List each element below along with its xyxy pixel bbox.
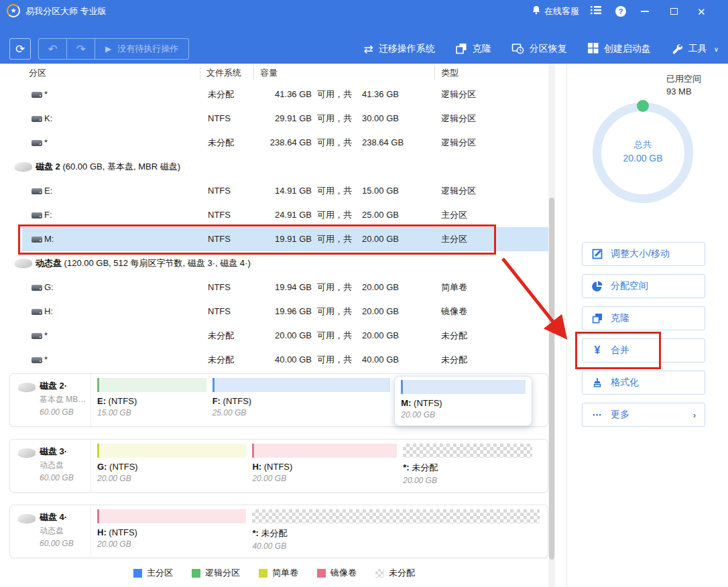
total-title: 总共 (593, 139, 693, 151)
format-button[interactable]: 格式化 (582, 371, 705, 395)
partition-row[interactable]: *未分配40.00 GB可用，共40.00 GB未分配 (22, 348, 548, 372)
disk-card-label[interactable]: 磁盘 3·动态盘60.00 GB (10, 440, 91, 492)
disk-card-label[interactable]: 磁盘 2·基本盘 MBR...60.00 GB (10, 374, 91, 426)
total-capacity: 41.36 GB (362, 82, 399, 107)
disk-kind: 基本盘 MBR... (40, 394, 88, 405)
disk-icon (15, 259, 32, 267)
free-capacity: 24.91 GB (245, 203, 312, 227)
legend-label: 未分配 (389, 567, 415, 579)
partition-type: 未分配 (441, 348, 467, 372)
disk-icon (18, 514, 36, 523)
partition-row[interactable]: *未分配20.00 GB可用，共20.00 GB未分配 (22, 324, 548, 348)
chevron-down-icon: ∨ (714, 46, 719, 53)
partition-block[interactable]: *: 未分配40.00 GB (252, 509, 539, 552)
legend-item: 逻辑分区 (192, 567, 240, 579)
disk-icon (15, 162, 32, 171)
disk-icon (32, 140, 42, 146)
create-boot-disk-button[interactable]: 创建启动盘 (587, 42, 651, 56)
total-value: 20.00 GB (593, 153, 693, 164)
total-capacity: 15.00 GB (362, 179, 399, 203)
disk-icon (32, 333, 42, 339)
total-capacity: 20.00 GB (362, 324, 399, 348)
total-capacity: 20.00 GB (362, 300, 399, 324)
allocate-button[interactable]: 分配空间 (582, 274, 705, 298)
partition-row[interactable]: *未分配238.64 GB可用，共238.64 GB逻辑分区 (22, 131, 548, 155)
partition-block[interactable]: F: (NTFS)25.00 GB (213, 378, 391, 421)
disk-card-text: 磁盘 4·动态盘60.00 GB (40, 511, 88, 548)
partition-block[interactable]: E: (NTFS)15.00 GB (97, 378, 206, 421)
online-support-button[interactable]: 在线客服 (532, 0, 579, 23)
partition-block[interactable]: M: (NTFS)20.00 GB (394, 376, 532, 426)
resize-button[interactable]: 调整大小/移动 (582, 242, 705, 266)
free-capacity: 40.00 GB (245, 348, 312, 372)
tools-label: 工具 (688, 43, 707, 55)
action-sidebar: 已用空间 93 MB 总共 20.00 GB 调整大小/移动分配空间克隆¥合并格… (568, 64, 728, 587)
total-capacity: 20.00 GB (362, 227, 399, 251)
more-label: 更多 (611, 409, 629, 421)
partition-row[interactable]: H:NTFS19.96 GB可用，共20.00 GB镜像卷 (22, 300, 548, 324)
merge-label: 合并 (611, 344, 629, 356)
legend: 主分区逻辑分区简单卷镜像卷未分配 (0, 567, 548, 579)
vertical-scrollbar[interactable] (548, 64, 555, 587)
close-button[interactable]: ✕ (697, 0, 706, 23)
free-capacity: 19.94 GB (245, 275, 312, 300)
merge-button[interactable]: ¥合并 (582, 338, 705, 363)
clone-icon (591, 313, 603, 324)
disk-card-label[interactable]: 磁盘 4·动态盘60.00 GB (10, 505, 91, 558)
scrollbar-thumb[interactable] (549, 198, 554, 560)
partition-row[interactable]: G:NTFS19.94 GB可用，共20.00 GB简单卷 (22, 275, 548, 300)
online-support-label: 在线客服 (544, 5, 579, 17)
partition-block[interactable]: H: (NTFS)20.00 GB (252, 444, 397, 486)
help-button[interactable]: ? (615, 0, 626, 23)
format-label: 格式化 (611, 377, 639, 389)
partition-label: G: (NTFS) (97, 462, 246, 472)
used-space-dot (637, 100, 649, 112)
partition-block[interactable]: G: (NTFS)20.00 GB (97, 444, 246, 486)
migrate-os-button[interactable]: ⇄ 迁移操作系统 (363, 43, 434, 55)
disk-icon (18, 383, 36, 391)
disk-group-label: 动态盘 (120.00 GB, 512 每扇区字节数, 磁盘 3·, 磁盘 4·… (36, 251, 251, 275)
tools-button[interactable]: 工具 ∨ (671, 42, 719, 56)
execute-operations-button[interactable]: ▶ 没有待执行操作 (95, 39, 188, 59)
legend-item: 镜像卷 (317, 567, 357, 579)
partition-size: 20.00 GB (403, 476, 532, 485)
partition-row[interactable]: M:NTFS19.91 GB可用，共20.00 GB主分区 (22, 227, 548, 251)
partition-label: H: (NTFS) (252, 462, 397, 472)
disk-group-row[interactable]: 磁盘 2 (60.00 GB, 基本盘, MBR 磁盘) (5, 155, 548, 179)
disk-icon (32, 188, 42, 194)
partition-row[interactable]: K:NTFS29.91 GB可用，共30.00 GB逻辑分区 (22, 107, 548, 131)
partition-row[interactable]: *未分配41.36 GB可用，共41.36 GB逻辑分区 (22, 82, 548, 107)
total-capacity: 30.00 GB (362, 107, 399, 131)
refresh-button[interactable]: ⟳ (9, 38, 31, 60)
disk-icon (32, 237, 42, 243)
allocate-label: 分配空间 (611, 280, 648, 292)
filesystem-value: NTFS (208, 107, 231, 131)
partition-recovery-button[interactable]: 分区恢复 (511, 42, 567, 56)
disk-size: 60.00 GB (40, 407, 88, 417)
partition-recovery-icon (511, 42, 524, 56)
free-capacity: 19.91 GB (245, 227, 312, 251)
resize-icon (591, 249, 603, 259)
partition-size: 20.00 GB (401, 410, 526, 419)
legend-swatch (317, 569, 326, 578)
redo-button[interactable]: ↷ (67, 39, 95, 59)
disk-group-row[interactable]: 动态盘 (120.00 GB, 512 每扇区字节数, 磁盘 3·, 磁盘 4·… (5, 251, 548, 275)
partition-name: * (44, 348, 48, 372)
undo-button[interactable]: ↶ (39, 39, 67, 59)
maximize-button[interactable] (670, 0, 678, 23)
minimize-button[interactable] (641, 0, 649, 23)
filesystem-value: 未分配 (208, 348, 234, 372)
disk-partitions: E: (NTFS)15.00 GBF: (NTFS)25.00 GBM: (NT… (92, 374, 548, 426)
partition-block[interactable]: *: 未分配20.00 GB (403, 444, 532, 486)
clone-button[interactable]: 克隆 (582, 306, 705, 330)
partition-size: 20.00 GB (97, 474, 246, 483)
more-button[interactable]: ▪▪▪更多› (582, 403, 705, 427)
partition-table-header: 分区 文件系统 容量 类型 (0, 64, 548, 82)
clone-toolbar-button[interactable]: 克隆 (455, 42, 491, 56)
partition-block[interactable]: H: (NTFS)20.00 GB (97, 509, 246, 552)
menu-list-button[interactable] (591, 0, 601, 23)
legend-label: 逻辑分区 (205, 567, 240, 579)
partition-row[interactable]: F:NTFS24.91 GB可用，共25.00 GB主分区 (22, 203, 548, 227)
disk-icon (32, 309, 42, 315)
partition-row[interactable]: E:NTFS14.91 GB可用，共15.00 GB逻辑分区 (22, 179, 548, 203)
